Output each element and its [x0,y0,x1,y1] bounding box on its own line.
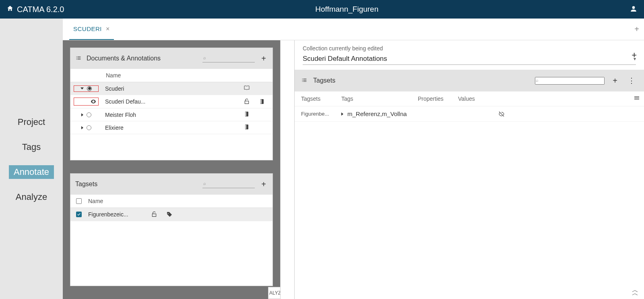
documents-table: Name [70,69,272,134]
book-closed-icon [244,111,250,117]
book-closed-icon [244,124,250,130]
right-tagsets-add-button[interactable]: + [610,76,620,85]
col-tags: Tags [341,96,418,102]
right-table-row[interactable]: Figurenbe... m_Referenz,m_Vollna [295,106,644,122]
user-menu[interactable] [630,5,638,14]
col-properties: Properties [418,96,458,102]
left-pane: Documents & Annotations ⌕ + Name [63,40,280,299]
right-tagsets-header: Tagsets ⌕ + ⋮ [295,70,644,91]
tagsets-panel: Tagsets ⌕ + Name Figurenbezeic... [70,173,273,286]
user-icon [630,8,638,14]
tagsets-add-button[interactable]: + [260,180,268,189]
documents-search-input[interactable] [202,54,255,62]
tagsets-title: Tagsets [75,181,198,188]
doc-row-elixiere[interactable]: Elixiere [70,121,272,134]
col-values: Values [458,96,638,102]
doc-name: Elixiere [102,121,240,134]
row-tagset: Figurenbe... [301,111,341,117]
book-open-icon [244,85,250,91]
search-icon: ⌕ [536,78,539,83]
divider-strip [280,40,295,299]
brand-text: CATMA 6.2.0 [17,5,64,14]
doc-name: Meister Floh [102,108,240,121]
row-tags: m_Referenz,m_Vollna [347,110,407,117]
radio-selected-icon[interactable] [87,86,92,91]
chevron-up-icon: ︿ [632,292,637,295]
menu-icon[interactable] [634,95,640,101]
eye-icon[interactable] [90,98,97,105]
caret-right-icon[interactable] [81,126,83,129]
nav-tags[interactable]: Tags [17,140,45,154]
unlock-icon [244,98,250,105]
tagset-name: Figurenbezeic... [88,211,144,218]
search-icon: ⌕ [203,55,206,60]
doc-name: Scuderi [102,82,240,95]
radio-unselected-icon[interactable] [87,112,91,117]
tag-icon [166,211,173,218]
caret-right-icon[interactable] [81,113,83,116]
svg-rect-2 [246,125,246,129]
collection-value: Scuderi Default Annotations [303,55,634,63]
list-icon[interactable] [301,77,308,85]
doc-row-scuderi-default[interactable]: Scuderi Defau... [70,95,272,108]
documents-panel: Documents & Annotations ⌕ + Name [70,48,273,160]
right-tagsets-search-input[interactable] [535,77,605,85]
right-pane: Collection currently being edited Scuder… [295,40,644,299]
tab-strip: SCUDERI × + [63,19,644,40]
home-icon [6,5,14,14]
tagsets-panel-header: Tagsets ⌕ + [70,174,272,195]
top-bar: CATMA 6.2.0 Hoffmann_Figuren [0,0,644,19]
collection-label: Collection currently being edited [303,45,636,52]
close-icon[interactable]: × [106,25,110,33]
search-icon: ⌕ [203,181,206,186]
unlock-icon [151,211,157,218]
radio-unselected-icon[interactable] [87,125,91,130]
tagsets-table-header: Name [70,195,272,208]
documents-panel-title: Documents & Annotations [87,55,198,62]
col-tagsets: Tagsets [301,96,341,102]
list-icon[interactable] [75,55,82,62]
tab-label: SCUDERI [73,25,102,32]
tagset-row[interactable]: Figurenbezeic... [70,208,272,221]
book-closed-icon [259,98,265,105]
caret-down-icon[interactable] [80,87,84,89]
analyze-peek: ALYZ [268,287,282,299]
more-menu-icon[interactable]: ⋮ [625,76,638,85]
tab-scuderi[interactable]: SCUDERI × [69,19,114,40]
documents-panel-header: Documents & Annotations ⌕ + [70,48,272,69]
side-nav: Project Tags Annotate Analyze [0,19,63,299]
brand[interactable]: CATMA 6.2.0 [6,5,64,14]
nav-project[interactable]: Project [13,115,50,129]
right-table-header: Tagsets Tags Properties Values [295,91,644,106]
checkbox-checked-icon[interactable] [76,212,82,217]
collection-dropdown[interactable]: Scuderi Default Annotations ▾ [303,53,636,65]
nav-annotate[interactable]: Annotate [9,165,54,179]
doc-row-meister-floh[interactable]: Meister Floh [70,108,272,121]
tagsets-search-input[interactable] [202,180,255,188]
doc-name: Scuderi Defau... [102,95,240,108]
collection-add-button[interactable]: + [632,50,637,60]
doc-row-scuderi[interactable]: Scuderi [70,82,272,95]
svg-rect-0 [261,100,262,104]
nav-analyze[interactable]: Analyze [11,190,52,204]
svg-rect-1 [246,112,246,116]
checkbox-all[interactable] [76,198,82,204]
documents-add-button[interactable]: + [260,54,268,63]
caret-right-icon[interactable] [341,112,343,116]
right-tagsets-title: Tagsets [313,77,529,84]
scroll-top-button[interactable]: ︿ ︿ [632,289,637,295]
project-title: Hoffmann_Figuren [64,5,630,14]
column-name: Name [102,69,240,82]
eye-off-icon[interactable] [498,111,505,117]
column-name: Name [88,198,103,204]
add-tab-button[interactable]: + [634,25,639,34]
